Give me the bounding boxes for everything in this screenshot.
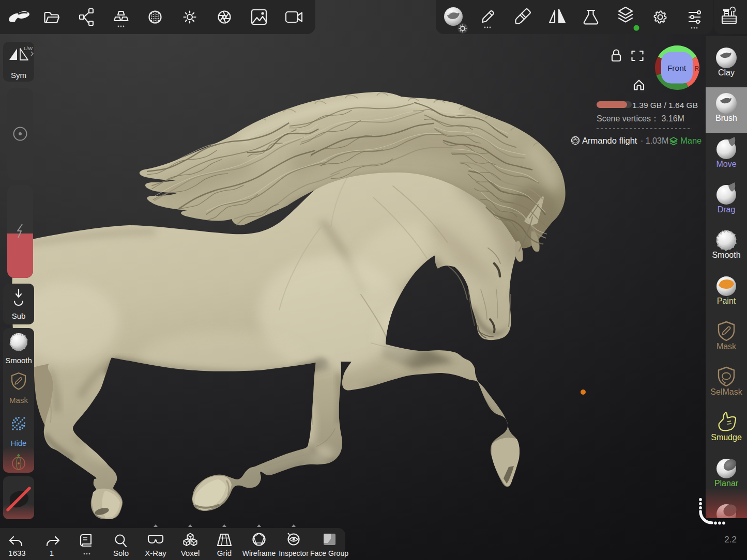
svg-text:· 1.03M ·: · 1.03M · <box>641 136 674 145</box>
svg-text:SelMask: SelMask <box>710 387 742 396</box>
svg-text:Move: Move <box>716 160 736 168</box>
svg-text:Smooth: Smooth <box>5 356 32 365</box>
svg-text:1.39 GB / 1.64 GB: 1.39 GB / 1.64 GB <box>632 101 698 110</box>
svg-text:Inspector: Inspector <box>279 549 309 557</box>
svg-text:Sub: Sub <box>12 312 26 320</box>
svg-text:Brush: Brush <box>715 114 737 122</box>
svg-text:Hide: Hide <box>11 439 27 447</box>
svg-text:Grid: Grid <box>217 549 232 557</box>
svg-text:Mask: Mask <box>716 342 737 351</box>
svg-text:Sym: Sym <box>11 71 26 80</box>
svg-text:Face Group: Face Group <box>310 549 348 557</box>
svg-text:Wireframe: Wireframe <box>242 549 276 557</box>
svg-text:Drag: Drag <box>718 205 736 214</box>
svg-text:Mane: Mane <box>680 136 702 145</box>
svg-text:1: 1 <box>50 549 54 557</box>
svg-text:Clay: Clay <box>718 68 735 77</box>
svg-text:Mask: Mask <box>9 396 28 405</box>
svg-text:L/W: L/W <box>24 45 33 51</box>
svg-text:Smooth: Smooth <box>712 251 740 259</box>
svg-text:Scene vertices： 3.16M: Scene vertices： 3.16M <box>597 114 684 123</box>
svg-text:2.2: 2.2 <box>724 535 737 545</box>
svg-text:Armando flight: Armando flight <box>582 136 637 145</box>
svg-text:1633: 1633 <box>8 549 25 557</box>
svg-text:Paint: Paint <box>717 297 736 305</box>
svg-text:Solo: Solo <box>113 549 129 557</box>
svg-text:Smudge: Smudge <box>711 433 742 442</box>
svg-text:Voxel: Voxel <box>181 549 200 557</box>
svg-text:X-Ray: X-Ray <box>145 549 166 557</box>
svg-text:R: R <box>695 65 699 72</box>
svg-text:Front: Front <box>667 64 687 72</box>
